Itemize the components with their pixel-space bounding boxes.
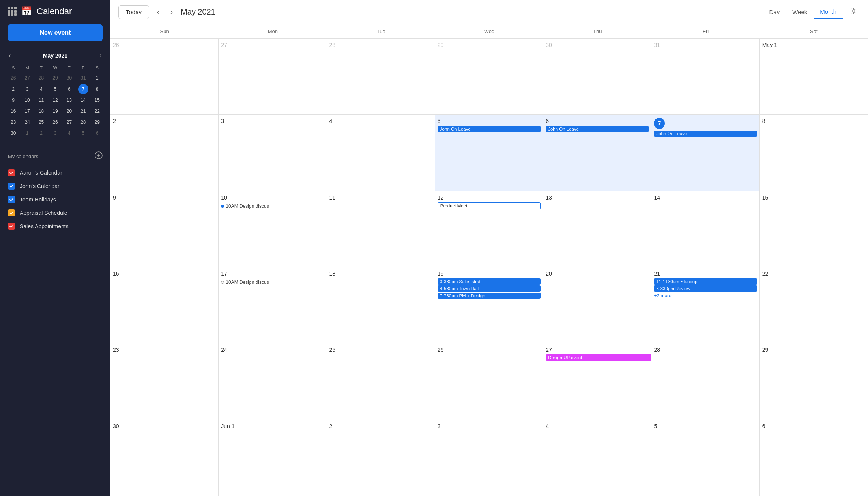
mini-day[interactable]: 5 (50, 84, 60, 94)
mini-day[interactable]: 4 (64, 128, 74, 138)
mini-day[interactable]: 8 (92, 84, 102, 94)
calendar-cell[interactable]: 4 (543, 420, 651, 496)
calendar-checkbox[interactable] (8, 169, 15, 176)
calendar-event[interactable]: 7-730pm PM + Design (438, 293, 541, 299)
view-week-button[interactable]: Week (786, 6, 814, 19)
mini-day[interactable]: 6 (92, 128, 102, 138)
next-month-button[interactable]: › (167, 6, 176, 19)
calendar-checkbox[interactable] (8, 223, 15, 230)
more-events-link[interactable]: +2 more (654, 293, 757, 299)
calendar-checkbox[interactable] (8, 183, 15, 190)
calendar-cell[interactable]: 28 (651, 343, 760, 419)
grid-icon[interactable] (8, 7, 17, 16)
calendar-event[interactable]: John On Leave (654, 131, 757, 137)
settings-button[interactable] (847, 5, 860, 19)
calendar-cell[interactable]: 18 (327, 267, 435, 343)
calendar-event[interactable]: 4-530pm Town Hall (438, 285, 541, 292)
calendar-checkbox[interactable] (8, 209, 15, 216)
calendar-cell[interactable]: 20 (543, 267, 651, 343)
mini-prev-button[interactable]: ‹ (6, 50, 13, 61)
calendar-cell[interactable]: 14 (651, 191, 760, 267)
calendar-cell[interactable]: 16 (110, 267, 219, 343)
calendar-cell[interactable]: 26 (110, 39, 219, 114)
mini-day[interactable]: 17 (22, 106, 32, 116)
mini-day[interactable]: 29 (92, 117, 102, 127)
event-dot[interactable]: 10AM Design discus (221, 280, 269, 285)
mini-day[interactable]: 28 (36, 73, 47, 83)
calendar-cell[interactable]: 2111-1130am Standup3-330pm Review+2 more (651, 267, 760, 343)
calendar-cell[interactable]: 4 (327, 115, 435, 190)
mini-next-button[interactable]: › (97, 50, 104, 61)
calendar-cell[interactable]: 3 (219, 115, 327, 190)
mini-day[interactable]: 30 (8, 128, 19, 138)
prev-month-button[interactable]: ‹ (154, 6, 163, 19)
mini-day[interactable]: 23 (8, 117, 19, 127)
calendar-cell[interactable]: 6 (760, 420, 868, 496)
calendar-cell[interactable]: 11 (327, 191, 435, 267)
mini-day[interactable]: 15 (92, 95, 102, 105)
new-event-button[interactable]: New event (8, 24, 103, 41)
mini-day[interactable]: 22 (92, 106, 102, 116)
calendar-cell[interactable]: 24 (219, 343, 327, 419)
calendar-cell[interactable]: 22 (760, 267, 868, 343)
mini-day[interactable]: 18 (36, 106, 47, 116)
calendar-checkbox[interactable] (8, 196, 15, 203)
mini-day[interactable]: 26 (50, 117, 60, 127)
calendar-cell[interactable]: 29 (760, 343, 868, 419)
mini-day[interactable]: 26 (8, 73, 19, 83)
mini-day[interactable]: 19 (50, 106, 60, 116)
mini-day[interactable]: 5 (78, 128, 88, 138)
calendar-cell[interactable]: 12Product Meet (435, 191, 543, 267)
calendar-event[interactable]: 11-1130am Standup (654, 278, 757, 285)
mini-day[interactable]: 1 (92, 73, 102, 83)
calendar-cell[interactable]: 26 (435, 343, 543, 419)
mini-day[interactable]: 25 (36, 117, 47, 127)
mini-day[interactable]: 31 (78, 73, 88, 83)
calendar-item[interactable]: Team Holidays (8, 193, 103, 206)
calendar-cell[interactable]: 8 (760, 115, 868, 190)
view-month-button[interactable]: Month (814, 5, 843, 19)
calendar-cell[interactable]: 1010AM Design discus (219, 191, 327, 267)
calendar-cell[interactable]: 2 (110, 115, 219, 190)
mini-day[interactable]: 24 (22, 117, 32, 127)
calendar-cell[interactable]: 13 (543, 191, 651, 267)
calendar-cell[interactable]: 28 (327, 39, 435, 114)
calendar-cell[interactable]: 27Design UP event (543, 343, 651, 419)
calendar-cell[interactable]: 2 (327, 420, 435, 496)
calendar-cell[interactable]: 9 (110, 191, 219, 267)
mini-day[interactable]: 14 (78, 95, 88, 105)
calendar-item[interactable]: Sales Appointments (8, 220, 103, 233)
mini-day[interactable]: 6 (64, 84, 74, 94)
mini-day[interactable]: 9 (8, 95, 19, 105)
calendar-cell[interactable]: 5 (651, 420, 760, 496)
calendar-cell[interactable]: May 1 (760, 39, 868, 114)
calendar-cell[interactable]: 7John On Leave (651, 115, 760, 190)
calendar-event[interactable]: John On Leave (546, 126, 649, 132)
mini-day[interactable]: 27 (64, 117, 74, 127)
calendar-cell[interactable]: 29 (435, 39, 543, 114)
mini-day[interactable]: 13 (64, 95, 74, 105)
mini-day[interactable]: 12 (50, 95, 60, 105)
mini-day[interactable]: 4 (36, 84, 47, 94)
calendar-event[interactable]: Design UP event (546, 354, 651, 361)
mini-day[interactable]: 29 (50, 73, 60, 83)
calendar-event[interactable]: 3-330pm Sales strat (438, 278, 541, 285)
calendar-cell[interactable]: 27 (219, 39, 327, 114)
mini-day[interactable]: 2 (8, 84, 19, 94)
mini-day[interactable]: 3 (22, 84, 32, 94)
view-day-button[interactable]: Day (763, 6, 786, 19)
mini-day[interactable]: 27 (22, 73, 32, 83)
mini-day[interactable]: 3 (50, 128, 60, 138)
calendar-event[interactable]: John On Leave (438, 126, 541, 132)
mini-day[interactable]: 7 (78, 84, 88, 94)
calendar-item[interactable]: John's Calendar (8, 179, 103, 193)
calendar-cell[interactable]: 15 (760, 191, 868, 267)
mini-day[interactable]: 21 (78, 106, 88, 116)
mini-day[interactable]: 30 (64, 73, 74, 83)
calendar-cell[interactable]: 30 (110, 420, 219, 496)
mini-day[interactable]: 2 (36, 128, 47, 138)
mini-day[interactable]: 20 (64, 106, 74, 116)
calendar-event[interactable]: Product Meet (438, 202, 541, 209)
calendar-cell[interactable]: Jun 1 (219, 420, 327, 496)
calendar-item[interactable]: Appraisal Schedule (8, 206, 103, 220)
